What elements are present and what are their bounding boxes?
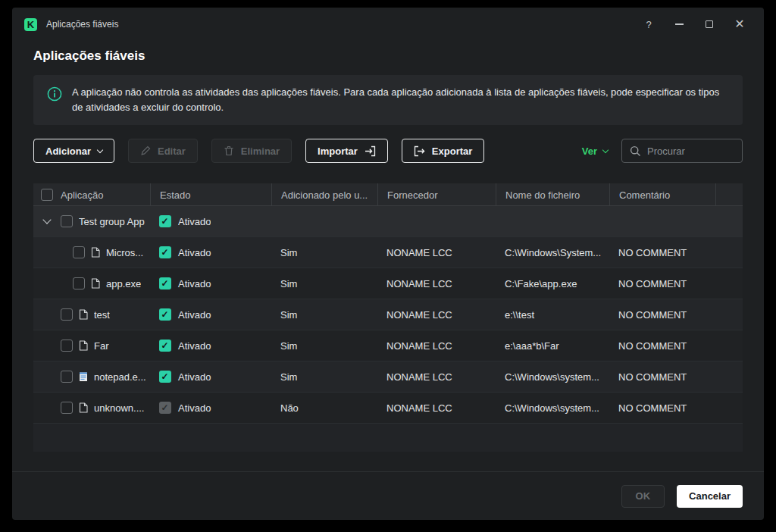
header-comment: Comentário (609, 183, 715, 205)
pencil-icon (140, 146, 151, 156)
comment: NO COMMENT (609, 393, 715, 423)
app-window: K Aplicações fiáveis ? ✕ Aplicações fiáv… (12, 8, 764, 520)
vendor: NONAME LCC (377, 393, 496, 423)
export-button-label: Exportar (432, 146, 472, 157)
status-label: Ativado (178, 402, 211, 414)
added-by-user: Sim (271, 299, 377, 330)
kaspersky-logo-icon: K (24, 18, 37, 31)
table-row[interactable]: test Ativado Sim NONAME LCC e:\\test NO … (33, 299, 743, 330)
table-row[interactable]: notepad.e... Ativado Sim NONAME LCC C:\W… (33, 361, 743, 393)
add-button-label: Adicionar (45, 146, 91, 157)
status-checkbox[interactable] (159, 215, 171, 227)
maximize-button[interactable] (694, 12, 724, 36)
status-checkbox[interactable] (159, 340, 171, 352)
added-by-user: Sim (271, 237, 377, 268)
app-name: Micros... (106, 247, 143, 258)
app-name: app.exe (106, 278, 141, 289)
table-header-row: Aplicação Estado Adicionado pelo u... Fo… (33, 183, 743, 206)
edit-button[interactable]: Editar (128, 139, 198, 163)
import-icon (365, 146, 376, 157)
titlebar: K Aplicações fiáveis ? ✕ (12, 8, 764, 41)
footer: OK Cancelar (12, 471, 764, 520)
cancel-button[interactable]: Cancelar (677, 485, 743, 508)
vendor: NONAME LCC (377, 299, 496, 330)
toolbar: Adicionar Editar Eliminar Importar (33, 139, 743, 163)
status-checkbox[interactable] (159, 277, 171, 289)
status-label: Ativado (178, 247, 211, 258)
header-file-name: Nome do ficheiro (496, 183, 609, 205)
edit-button-label: Editar (158, 146, 186, 157)
row-checkbox[interactable] (61, 371, 73, 383)
comment: NO COMMENT (609, 330, 715, 361)
info-icon (47, 86, 62, 102)
file-path: e:\\test (496, 299, 609, 330)
app-name: notepad.e... (94, 371, 146, 383)
delete-button[interactable]: Eliminar (211, 139, 292, 163)
row-checkbox[interactable] (61, 402, 73, 414)
add-button[interactable]: Adicionar (33, 139, 114, 163)
file-icon (79, 309, 88, 320)
import-button-label: Importar (318, 146, 358, 157)
file-icon (91, 247, 100, 258)
minimize-button[interactable] (664, 12, 694, 36)
header-added-by-user: Adicionado pelo u... (271, 183, 377, 205)
group-expander-icon[interactable] (42, 216, 51, 224)
info-banner: A aplicação não controla as atividades d… (33, 75, 743, 125)
status-label: Ativado (178, 278, 211, 289)
table-row[interactable]: Micros... Ativado Sim NONAME LCC C:\Wind… (33, 237, 743, 268)
status-label: Ativado (178, 340, 211, 352)
status-checkbox[interactable] (159, 371, 171, 383)
page-title: Aplicações fiáveis (33, 49, 743, 64)
trusted-apps-table: Aplicação Estado Adicionado pelo u... Fo… (33, 183, 743, 452)
header-checkbox-cell (33, 183, 61, 205)
file-path: C:\Windows\system... (496, 361, 609, 392)
table-body: Micros... Ativado Sim NONAME LCC C:\Wind… (33, 237, 743, 452)
search-box (621, 139, 743, 163)
group-row[interactable]: Test group App Ativado (33, 206, 743, 237)
info-banner-text: A aplicação não controla as atividades d… (72, 85, 720, 115)
close-button[interactable]: ✕ (724, 12, 755, 36)
status-checkbox[interactable] (159, 308, 171, 321)
row-checkbox[interactable] (61, 340, 73, 352)
ok-button[interactable]: OK (621, 485, 665, 508)
table-row[interactable]: unknown.... Ativado Não NONAME LCC C:\Wi… (33, 393, 743, 424)
search-icon (630, 146, 641, 157)
vendor: NONAME LCC (377, 268, 496, 299)
table-row[interactable]: Far Ativado Sim NONAME LCC e:\aaa*b\Far … (33, 330, 743, 361)
view-link-label: Ver (582, 146, 597, 157)
row-checkbox[interactable] (73, 246, 85, 258)
status-checkbox[interactable] (159, 246, 171, 258)
close-icon: ✕ (734, 18, 744, 30)
row-checkbox[interactable] (73, 277, 85, 289)
trash-icon (224, 146, 234, 156)
comment: NO COMMENT (609, 299, 715, 330)
app-name: Far (94, 340, 109, 352)
window-controls: ? ✕ (634, 12, 755, 36)
maximize-icon (706, 20, 713, 28)
search-input[interactable] (647, 146, 734, 157)
help-button[interactable]: ? (634, 12, 664, 36)
export-button[interactable]: Exportar (402, 139, 484, 163)
file-path: C:\Fake\app.exe (496, 268, 609, 299)
file-path: e:\aaa*b\Far (496, 330, 609, 361)
row-checkbox[interactable] (61, 215, 73, 227)
row-checkbox[interactable] (61, 308, 73, 321)
status-label: Ativado (178, 371, 211, 383)
comment: NO COMMENT (609, 268, 715, 299)
file-path: C:\Windows\system... (496, 393, 609, 423)
status-checkbox-disabled (159, 402, 171, 414)
table-row[interactable]: app.exe Ativado Sim NONAME LCC C:\Fake\a… (33, 268, 743, 299)
file-icon (79, 340, 88, 351)
select-all-checkbox[interactable] (41, 189, 53, 201)
file-icon (91, 278, 100, 289)
import-button[interactable]: Importar (305, 139, 388, 163)
added-by-user: Sim (271, 361, 377, 392)
view-link[interactable]: Ver (582, 146, 608, 157)
app-name: test (94, 309, 110, 321)
header-application: Aplicação (61, 183, 150, 205)
chevron-down-icon (97, 147, 103, 153)
notepad-icon (79, 371, 88, 382)
delete-button-label: Eliminar (241, 146, 280, 157)
file-path: C:\Windows\System... (496, 237, 609, 268)
added-by-user: Não (271, 393, 377, 423)
